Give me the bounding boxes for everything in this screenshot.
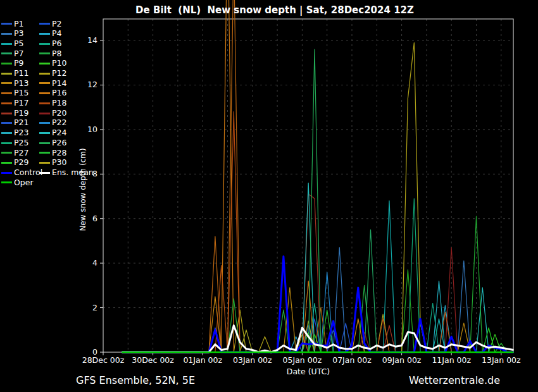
- legend-item-p1: P1: [1, 20, 39, 28]
- legend-swatch: [1, 132, 12, 134]
- legend-label: P2: [52, 20, 62, 28]
- legend-label: P23: [14, 129, 28, 137]
- legend-swatch: [39, 172, 50, 174]
- legend-swatch: [1, 172, 12, 174]
- legend-label: P30: [52, 159, 66, 167]
- site-credit: Wetterzentrale.de: [409, 374, 500, 386]
- legend-swatch: [1, 122, 12, 124]
- legend-item-p27: P27: [1, 149, 39, 157]
- legend-label: P8: [52, 50, 62, 58]
- legend-label: P13: [14, 80, 28, 88]
- legend-label: P1: [14, 20, 24, 28]
- legend-label: P22: [52, 119, 66, 127]
- legend-item-p5: P5: [1, 40, 39, 48]
- legend-item-p17: P17: [1, 99, 39, 107]
- legend-item-p22: P22: [39, 119, 82, 127]
- legend-item-p16: P16: [39, 89, 82, 97]
- legend-swatch: [1, 63, 12, 64]
- legend-swatch: [1, 181, 12, 183]
- legend-item-p26: P26: [39, 139, 82, 147]
- legend-label: P4: [52, 30, 62, 38]
- chart-title: De Bilt (NL) New snow depth | Sat, 28Dec…: [135, 4, 414, 16]
- legend-swatch: [1, 152, 12, 154]
- legend-label: Ens. mean: [52, 169, 94, 177]
- legend-item-p25: P25: [1, 139, 39, 147]
- y-tick-label: 0: [92, 347, 97, 357]
- legend-swatch: [1, 162, 12, 164]
- legend-swatch: [1, 92, 12, 94]
- legend-item-p13: P13: [1, 80, 39, 88]
- y-tick-label: 10: [87, 125, 97, 134]
- y-tick-label: 14: [87, 35, 97, 45]
- legend-swatch: [1, 43, 12, 45]
- x-tick-label: 28Dec 00z: [82, 355, 125, 365]
- legend-label: P20: [52, 109, 66, 118]
- model-caption: GFS Ensemble, 52N, 5E: [76, 374, 195, 386]
- legend-item-p15: P15: [1, 89, 39, 97]
- x-tick-label: 11Jan 00z: [432, 355, 471, 365]
- legend-swatch: [39, 102, 50, 104]
- legend-item-p10: P10: [39, 59, 82, 68]
- legend-swatch: [39, 63, 50, 64]
- legend-swatch: [1, 73, 12, 75]
- legend-label: P11: [14, 70, 28, 78]
- legend-label: P7: [14, 50, 24, 58]
- legend-label: P24: [52, 129, 66, 137]
- legend-swatch: [39, 132, 50, 134]
- legend-label: P6: [52, 40, 62, 48]
- legend-label: Oper: [14, 179, 34, 187]
- legend-item-p7: P7: [1, 50, 39, 58]
- x-tick-label: 01Jan 00z: [183, 355, 222, 365]
- series-p23: [122, 281, 514, 352]
- legend-label: P3: [14, 30, 24, 38]
- legend-item-p14: P14: [39, 80, 82, 88]
- legend-item-ens-mean: Ens. mean: [39, 169, 82, 177]
- legend: P1P2P3P4P5P6P7P8P9P10P11P12P13P14P15P16P…: [1, 19, 82, 188]
- legend-item-p6: P6: [39, 40, 82, 48]
- legend-label: P5: [14, 40, 24, 48]
- legend-label: P15: [14, 89, 28, 97]
- legend-label: P14: [52, 80, 66, 88]
- legend-item-p28: P28: [39, 149, 82, 157]
- legend-label: P25: [14, 139, 28, 147]
- legend-swatch: [1, 102, 12, 104]
- legend-swatch: [39, 52, 50, 54]
- legend-swatch: [39, 92, 50, 94]
- legend-swatch: [1, 52, 12, 54]
- y-tick-label: 6: [92, 214, 97, 223]
- x-tick-label: 07Jan 00z: [332, 355, 372, 365]
- legend-item-p29: P29: [1, 159, 39, 167]
- legend-swatch: [39, 73, 50, 75]
- legend-label: P19: [14, 109, 28, 118]
- legend-item-p23: P23: [1, 129, 39, 137]
- legend-item-p30: P30: [39, 159, 82, 167]
- legend-item-p3: P3: [1, 30, 39, 38]
- legend-label: P21: [14, 119, 28, 127]
- series-p18: [122, 112, 514, 352]
- legend-label: P16: [52, 89, 66, 97]
- x-tick-label: 09Jan 00z: [382, 355, 422, 365]
- legend-swatch: [1, 33, 12, 35]
- legend-swatch: [39, 152, 50, 154]
- legend-label: P9: [14, 59, 24, 68]
- legend-swatch: [39, 82, 50, 84]
- legend-item-p12: P12: [39, 70, 82, 78]
- legend-item-p19: P19: [1, 109, 39, 118]
- legend-item-p11: P11: [1, 70, 39, 78]
- legend-item-p18: P18: [39, 99, 82, 107]
- legend-item-p8: P8: [39, 50, 82, 58]
- legend-swatch: [1, 82, 12, 84]
- x-tick-label: 05Jan 00z: [283, 355, 322, 365]
- y-tick-label: 2: [92, 303, 97, 312]
- legend-swatch: [39, 122, 50, 124]
- legend-item-p20: P20: [39, 109, 82, 118]
- legend-label: P10: [52, 59, 66, 68]
- legend-label: P28: [52, 149, 66, 157]
- legend-item-p4: P4: [39, 30, 82, 38]
- legend-item-control: Control: [1, 169, 39, 177]
- legend-label: P29: [14, 159, 28, 167]
- legend-swatch: [39, 113, 50, 114]
- ensemble-chart-page: 28Dec 00z30Dec 00z01Jan 00z03Jan 00z05Ja…: [0, 0, 538, 392]
- y-tick-label: 12: [87, 80, 97, 89]
- legend-item-p21: P21: [1, 119, 39, 127]
